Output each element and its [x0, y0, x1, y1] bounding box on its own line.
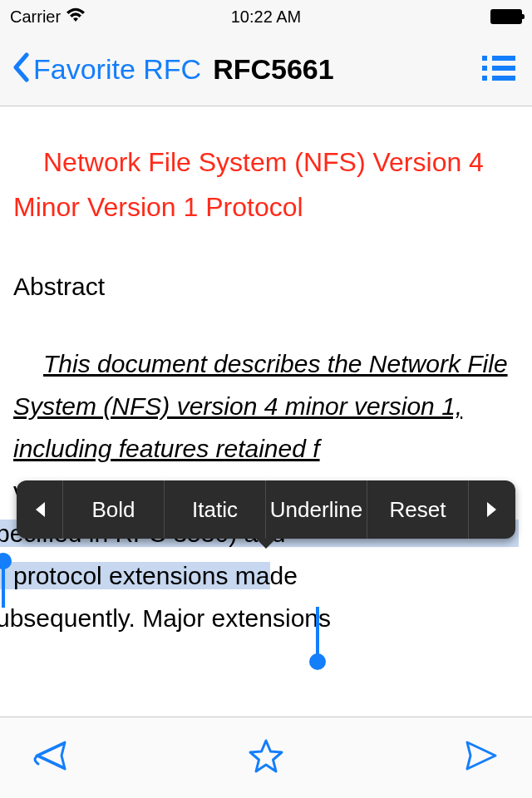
- selected-text-line2a: protocol extensions ma: [0, 562, 270, 589]
- status-left: Carrier: [10, 7, 86, 27]
- svg-rect-1: [492, 56, 515, 61]
- callout-next-button[interactable]: [469, 480, 515, 539]
- list-icon[interactable]: [482, 54, 515, 86]
- svg-rect-3: [492, 66, 515, 71]
- wifi-icon: [66, 7, 86, 27]
- page-title: RFC5661: [213, 53, 334, 86]
- carrier-label: Carrier: [10, 7, 61, 27]
- svg-marker-10: [467, 742, 495, 769]
- nav-bar: Favorite RFC RFC5661: [0, 33, 532, 106]
- italic-button[interactable]: Itatic: [165, 480, 266, 539]
- document-title: Network File System (NFS) Version 4 Mino…: [13, 140, 519, 230]
- callout-prev-button[interactable]: [17, 480, 63, 539]
- abstract-styled-part: This document describes the Network File…: [13, 350, 508, 462]
- status-right: [490, 9, 522, 24]
- text-after-selection: de: [270, 562, 298, 589]
- undo-button[interactable]: [30, 739, 68, 777]
- status-time: 10:22 AM: [231, 7, 302, 27]
- edit-callout: Bold Itatic Underline Reset: [17, 480, 515, 539]
- svg-rect-5: [492, 76, 515, 81]
- battery-icon: [490, 9, 522, 24]
- abstract-tail: subsequently. Major extensions: [0, 604, 331, 632]
- redo-button[interactable]: [464, 739, 502, 777]
- underline-button[interactable]: Underline: [266, 480, 367, 539]
- svg-marker-9: [250, 741, 282, 771]
- bottom-toolbar: [0, 717, 532, 798]
- document-content[interactable]: Network File System (NFS) Version 4 Mino…: [0, 106, 532, 717]
- svg-marker-6: [36, 502, 45, 517]
- favorite-button[interactable]: [248, 738, 284, 778]
- back-button[interactable]: Favorite RFC: [12, 52, 201, 88]
- bold-button[interactable]: Bold: [63, 480, 165, 539]
- svg-rect-0: [482, 56, 487, 61]
- status-bar: Carrier 10:22 AM: [0, 0, 532, 33]
- abstract-heading: Abstract: [13, 265, 519, 308]
- svg-marker-7: [487, 502, 496, 517]
- reset-button[interactable]: Reset: [367, 480, 469, 539]
- chevron-left-icon: [12, 52, 30, 88]
- svg-rect-2: [482, 66, 487, 71]
- svg-rect-4: [482, 76, 487, 81]
- back-label: Favorite RFC: [33, 53, 201, 86]
